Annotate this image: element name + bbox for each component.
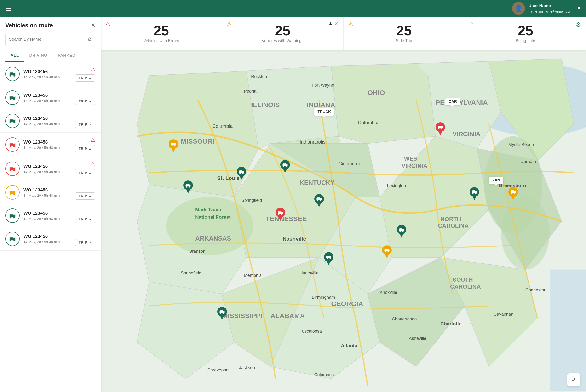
pin-svg (469, 187, 480, 200)
pin-svg (396, 224, 407, 238)
trip-label: TRIP (79, 122, 87, 126)
map-svg: MISSOURI ILLINOIS INDIANA OHIO PENNSYLVA… (101, 50, 586, 392)
vehicle-item: WO 123456 14 May, 20 / 5h 48 min ⚠ TRIP … (0, 62, 101, 86)
svg-point-168 (514, 193, 515, 194)
close-sidebar-button[interactable]: ✕ (91, 22, 95, 28)
trip-arrow-icon: ▲ (89, 218, 92, 221)
map-pin[interactable] (396, 224, 407, 238)
vehicle-actions: TRIP ▲ (75, 114, 95, 128)
pin-svg (280, 160, 290, 173)
svg-text:MISSOURI: MISSOURI (181, 137, 214, 145)
expand-map-button[interactable]: ⤢ (567, 373, 580, 386)
svg-text:Rockford: Rockford (251, 74, 268, 79)
svg-point-13 (10, 122, 12, 124)
hamburger-menu[interactable]: ☰ (6, 4, 12, 12)
svg-text:Savannah: Savannah (494, 312, 513, 316)
svg-point-113 (186, 186, 187, 188)
svg-text:GEORGIA: GEORGIA (331, 300, 363, 308)
svg-text:Memphis: Memphis (244, 273, 262, 278)
svg-point-119 (171, 145, 172, 146)
trip-label: TRIP (79, 217, 87, 221)
vehicle-item: WO 123456 14 May, 20 / 5h 48 min TRIP ▲ (0, 204, 101, 227)
pin-svg (183, 180, 193, 194)
svg-rect-166 (511, 190, 514, 192)
svg-point-161 (472, 193, 473, 194)
trip-button[interactable]: TRIP ▲ (75, 169, 95, 176)
svg-rect-184 (220, 310, 223, 312)
svg-marker-170 (385, 254, 389, 258)
top-navigation: ☰ 👤 User Name name.surname@gmail.com ▾ (0, 0, 586, 17)
map-pin[interactable] (435, 122, 446, 136)
svg-rect-178 (327, 256, 330, 257)
svg-text:PENNSYLVANIA: PENNSYLVANIA (436, 98, 488, 106)
map-pin[interactable] (275, 207, 285, 221)
svg-rect-142 (239, 170, 242, 172)
settings-icon[interactable]: ⚙ (576, 21, 581, 28)
svg-point-120 (174, 145, 175, 146)
car-label: CAR (445, 98, 460, 105)
pin-svg (275, 207, 285, 221)
svg-marker-134 (278, 216, 283, 221)
stat-number: 25 (396, 24, 412, 38)
sidebar-title: Vehicles on route (5, 22, 53, 29)
tab-all[interactable]: ALL (5, 50, 24, 62)
map-pin[interactable] (236, 166, 247, 180)
trip-button[interactable]: TRIP ▲ (75, 145, 95, 152)
svg-text:TENNESSEE: TENNESSEE (266, 215, 307, 222)
trip-button[interactable]: TRIP ▲ (75, 239, 95, 246)
svg-text:Mark Twain: Mark Twain (195, 207, 221, 212)
svg-rect-17 (10, 143, 14, 144)
svg-text:Myrtle Beach: Myrtle Beach (508, 142, 534, 147)
svg-rect-12 (10, 119, 14, 121)
svg-marker-116 (171, 148, 176, 152)
svg-text:Charlotte: Charlotte (440, 321, 462, 326)
svg-text:Huntsville: Huntsville (300, 270, 319, 276)
map-pin[interactable] (469, 187, 480, 200)
trip-button[interactable]: TRIP ▲ (75, 98, 95, 105)
vehicle-actions: TRIP ▲ (75, 185, 95, 200)
svg-point-156 (441, 128, 442, 129)
map-pin[interactable] (168, 139, 179, 153)
stat-warning-icon: ⚠ (227, 21, 232, 27)
svg-text:Charleston: Charleston (525, 288, 546, 292)
map-pin[interactable] (280, 160, 290, 173)
vehicle-info: WO 123456 14 May, 20 / 5h 48 min (24, 116, 71, 126)
trip-label: TRIP (79, 171, 87, 175)
svg-marker-164 (511, 195, 516, 200)
warning-icon: ⚠ (91, 66, 95, 72)
svg-text:Branson: Branson (189, 249, 206, 254)
tab-driving[interactable]: DRIVING (24, 50, 53, 62)
sidebar-header: Vehicles on route ✕ (0, 17, 101, 29)
map-pin[interactable] (217, 306, 227, 320)
stat-label: Vehicles with Errors (143, 38, 179, 43)
chevron-down-icon[interactable]: ▾ (577, 5, 580, 12)
stat-number: 25 (275, 24, 290, 38)
vehicle-actions: TRIP ▲ (75, 208, 95, 223)
map-pin[interactable] (324, 252, 334, 266)
vehicle-icon (5, 208, 20, 223)
trip-button[interactable]: TRIP ▲ (75, 192, 95, 200)
tab-parked[interactable]: PARKED (53, 50, 81, 62)
map-pin[interactable] (508, 187, 518, 200)
trip-label: TRIP (79, 194, 87, 198)
map-pin[interactable] (314, 194, 324, 208)
svg-point-14 (14, 122, 15, 124)
search-input[interactable] (9, 37, 87, 42)
map-pin[interactable] (183, 180, 193, 194)
filter-icon[interactable]: ⚙ (87, 36, 92, 42)
trip-button[interactable]: TRIP ▲ (75, 74, 95, 82)
stat-card-3: ⚠ 25 Being Late ⚙ (465, 17, 586, 50)
svg-text:ARKANSAS: ARKANSAS (195, 235, 231, 242)
stat-label: Vehicles with Warnings (262, 38, 304, 43)
svg-text:Shreveport: Shreveport (207, 367, 229, 372)
vehicle-actions: TRIP ▲ (75, 90, 95, 105)
map-pin[interactable] (382, 245, 392, 259)
svg-point-3 (10, 75, 12, 76)
svg-marker-182 (220, 315, 224, 320)
stat-warning-icon: ⚠ (348, 21, 353, 27)
svg-text:Knoxville: Knoxville (380, 290, 397, 295)
svg-point-167 (511, 193, 512, 194)
trip-button[interactable]: TRIP ▲ (75, 121, 95, 128)
trip-button[interactable]: TRIP ▲ (75, 216, 95, 223)
close-stats-button[interactable]: ✕ (334, 21, 339, 27)
